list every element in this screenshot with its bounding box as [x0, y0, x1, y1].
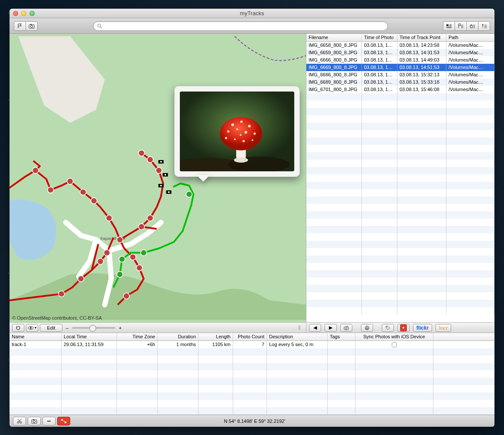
svg-point-74	[30, 327, 32, 329]
app-window: myTracks	[10, 9, 494, 427]
search-field[interactable]	[93, 21, 388, 31]
svg-point-39	[137, 265, 143, 271]
titlebar: myTracks	[10, 9, 494, 18]
photo-row[interactable]: IMG_6666_800_8.JPG03.08.13, 1…03.08.13, …	[306, 56, 494, 64]
svg-point-76	[345, 327, 347, 329]
svg-point-44	[139, 150, 145, 156]
svg-point-32	[48, 187, 54, 193]
svg-point-62	[241, 121, 243, 123]
svg-point-30	[168, 191, 169, 193]
minimize-button[interactable]	[21, 11, 26, 16]
svg-point-45	[147, 157, 153, 163]
photo-row[interactable]: IMG_6701_800_8.JPG03.08.13, 1…03.08.13, …	[306, 86, 494, 93]
photo-row[interactable]: IMG_6686_800_8.JPG03.08.13, 1…03.08.13, …	[306, 71, 494, 78]
svg-point-67	[254, 133, 256, 135]
svg-rect-13	[470, 26, 472, 28]
camera-status-button[interactable]	[28, 417, 41, 425]
search-input[interactable]	[105, 23, 384, 29]
photo-row[interactable]: IMG_6658_800_8.JPG03.08.13, 1…03.08.13, …	[306, 42, 494, 49]
col-path[interactable]: Path	[446, 34, 494, 41]
photo-row[interactable]: IMG_6669_800_8.JPG03.08.13, 1…03.08.13, …	[306, 64, 494, 71]
refresh-button[interactable]	[12, 324, 24, 332]
sync-photo-button[interactable]	[340, 324, 352, 332]
col-sync[interactable]: Sync Photos with iOS Device	[355, 333, 433, 340]
col-time-photo[interactable]: Time of Photo	[362, 34, 397, 41]
photo-table-header: Filename Time of Photo Time of Track Poi…	[306, 34, 494, 42]
gps-share-button[interactable]: ✦	[397, 324, 410, 332]
visibility-button[interactable]: ▾	[26, 324, 38, 332]
flickr-button[interactable]: flickr	[413, 324, 432, 332]
map-attribution: © OpenStreetMap contributors, CC-BY-SA	[12, 315, 102, 321]
svg-rect-2	[30, 24, 32, 25]
photo-row[interactable]: IMG_6659_800_8.JPG03.08.13, 1…03.08.13, …	[306, 49, 494, 56]
svg-point-47	[78, 276, 84, 282]
map-canvas: Карагайский	[10, 34, 306, 322]
toolbar	[10, 18, 494, 34]
svg-point-33	[67, 178, 73, 184]
tag-button[interactable]	[382, 324, 394, 332]
prev-button[interactable]: ◀	[309, 324, 321, 332]
svg-point-48	[98, 258, 104, 265]
close-button[interactable]	[13, 11, 18, 16]
zoom-button[interactable]	[29, 11, 35, 16]
edit-button[interactable]: Edit	[40, 324, 62, 332]
track-table-body[interactable]: track-129.06.13, 11:31:59+6h1 months1105…	[10, 341, 494, 415]
svg-rect-79	[366, 328, 368, 330]
view-waypoints-button[interactable]	[455, 21, 467, 31]
view-locked-button[interactable]	[466, 21, 478, 31]
pane-handle[interactable]: ⦀	[298, 323, 303, 333]
photo-row[interactable]: IMG_6689_800_8.JPG03.08.13, 1…03.08.13, …	[306, 78, 494, 86]
zoom-out-label[interactable]: –	[66, 325, 68, 330]
svg-point-63	[248, 125, 250, 128]
remove-button[interactable]	[42, 417, 55, 425]
camera-button[interactable]	[26, 21, 38, 31]
photo-preview	[180, 92, 294, 171]
view-pins-button[interactable]	[478, 21, 490, 31]
col-duration[interactable]: Duration	[158, 333, 198, 340]
col-filename[interactable]: Filename	[306, 34, 362, 41]
svg-point-53	[141, 250, 147, 256]
window-title: myTracks	[240, 10, 264, 16]
svg-point-36	[106, 215, 112, 221]
cut-button[interactable]	[13, 417, 26, 425]
col-length[interactable]: Length	[198, 333, 233, 340]
map-toolbar: ▾ Edit – + ⦀	[10, 322, 306, 333]
col-photo-count[interactable]: Photo Count	[233, 333, 267, 340]
photo-table-body[interactable]: IMG_6658_800_8.JPG03.08.13, 1…03.08.13, …	[306, 42, 494, 322]
svg-point-58	[234, 157, 248, 163]
zoom-in-label[interactable]: +	[119, 325, 121, 330]
svg-point-1	[31, 25, 33, 27]
sync-checkbox[interactable]	[392, 342, 397, 347]
next-button[interactable]: ▶	[325, 324, 337, 332]
svg-point-46	[59, 291, 65, 297]
map-view[interactable]: Карагайский	[10, 34, 306, 322]
svg-rect-87	[33, 419, 34, 420]
zoom-slider[interactable]	[72, 327, 115, 329]
svg-point-51	[186, 191, 192, 197]
status-bar: N 54° 8.1498' E 59° 32.2192'	[10, 415, 494, 427]
print-button[interactable]	[361, 324, 373, 332]
svg-point-42	[147, 215, 153, 221]
svg-point-41	[139, 224, 145, 230]
col-time-track[interactable]: Time of Track Point	[397, 34, 446, 41]
svg-point-37	[117, 237, 123, 243]
svg-point-72	[240, 134, 241, 136]
locr-button[interactable]: locr	[436, 324, 451, 332]
col-description[interactable]: Description	[267, 333, 328, 340]
col-time-zone[interactable]: Time Zone	[117, 333, 158, 340]
svg-point-49	[104, 250, 110, 256]
photo-popup[interactable]	[174, 86, 300, 177]
col-tags[interactable]: Tags	[328, 333, 355, 340]
svg-point-40	[124, 293, 130, 299]
col-name[interactable]: Name	[10, 333, 62, 340]
svg-point-64	[227, 130, 229, 132]
search-icon	[97, 23, 102, 29]
view-photo-list-button[interactable]	[443, 21, 455, 31]
col-local-time[interactable]: Local Time	[62, 333, 117, 340]
svg-rect-5	[446, 24, 449, 26]
svg-point-65	[236, 128, 238, 130]
track-row[interactable]: track-129.06.13, 11:31:59+6h1 months1105…	[10, 341, 494, 348]
svg-point-50	[119, 256, 125, 262]
expand-button[interactable]	[57, 417, 70, 425]
flag-button[interactable]	[14, 21, 26, 31]
